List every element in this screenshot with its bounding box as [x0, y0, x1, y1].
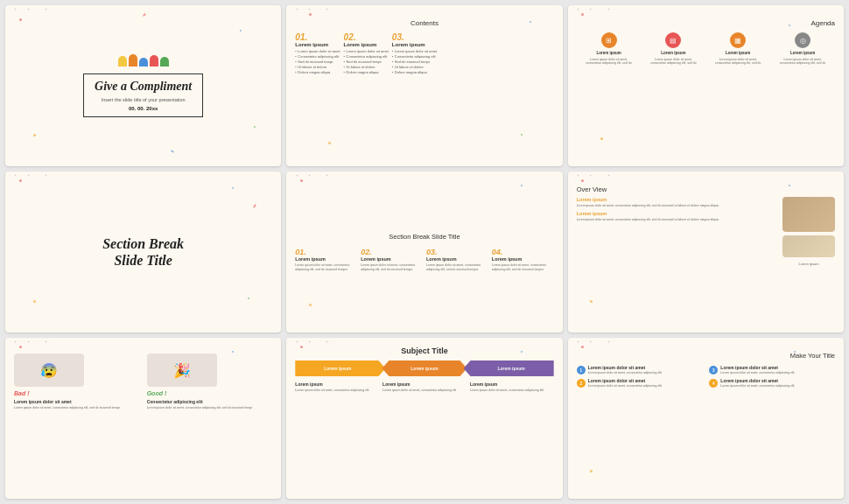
- make-item-2: 2 Lorem ipsum dolor sit amet Lorem ipsum…: [577, 378, 703, 388]
- item-number: 01.: [295, 248, 306, 256]
- contents-col-2: 02. Lorem ipsum Lorem ipsum dolor sit am…: [344, 32, 389, 75]
- item-text: Lorem ipsum dolor sit amet, consectetur …: [295, 263, 357, 272]
- agenda-text: Lorem ipsum dolor sit amet, consectetur …: [649, 58, 698, 65]
- item-text: Lorem ipsum dolor sit amet, consectetur …: [588, 384, 662, 388]
- arrow-row: Lorem ipsum Lorem ipsum Lorem ipsum: [295, 360, 553, 376]
- confetti-dot: [19, 179, 22, 182]
- section-break-title: Section BreakSlide Title: [102, 235, 184, 269]
- agenda-icon-table: ▦: [730, 32, 746, 48]
- agenda-title: Agenda: [577, 19, 835, 27]
- bad-text: Lorem ipsum dolor sit amet, consectetur …: [14, 406, 120, 410]
- col-item: Dolore magna aliqua: [295, 70, 340, 74]
- col-item: Sed do eiusmod tempr: [392, 60, 437, 64]
- confetti-dot: [581, 346, 584, 348]
- slide-date: 00. 00. 20xx: [95, 106, 192, 111]
- good-title: Good !: [147, 390, 167, 396]
- item-content: Lorem ipsum dolor sit amet Lorem ipsum d…: [588, 378, 662, 388]
- section-item-3: 03. Lorem ipsum Lorem ipsum dolor sit am…: [426, 248, 488, 272]
- col-label: Lorem ipsum: [392, 42, 437, 47]
- item-title: Lorem ipsum dolor sit amet: [720, 378, 794, 383]
- bad-column: 😰 Bad ! Lorem ipsum dolor sit amet Lorem…: [14, 354, 140, 410]
- make-title-heading: Make Your Title: [577, 352, 835, 360]
- agenda-text: Lorem ipsum dolor sit amet, consectetur …: [585, 58, 633, 65]
- good-icon: 🎉: [173, 362, 191, 379]
- make-title-grid: 1 Lorem ipsum dolor sit amet Lorem ipsum…: [577, 365, 835, 388]
- col-number: 01.: [295, 32, 340, 42]
- section-item-4: 04. Lorem ipsum Lorem ipsum dolor sit am…: [492, 248, 554, 272]
- col-item: Dolore magna aliqua: [392, 70, 437, 74]
- confetti-decoration: [286, 5, 562, 166]
- person-figure: [129, 54, 137, 66]
- col-label: Lorem ipsum: [295, 42, 340, 47]
- col-item: Sed do eiusmod tempr: [295, 60, 340, 64]
- item-text: Lorem ipsum dolor sit amet, consectetur …: [492, 263, 554, 272]
- overview-heading-2: Lorem ipsum: [577, 211, 777, 216]
- comparison-columns: 😰 Bad ! Lorem ipsum dolor sit amet Lorem…: [14, 354, 272, 410]
- section-items-row: 01. Lorem ipsum Lorem ipsum dolor sit am…: [295, 248, 553, 272]
- subject-title: Subject Title: [295, 346, 553, 355]
- col-number: 03.: [392, 32, 437, 42]
- confetti-dot: [300, 179, 303, 182]
- confetti-dot: [232, 187, 234, 189]
- overview-text-1: Lorem ipsum dolor sit amet, consectetur …: [577, 204, 777, 207]
- confetti-dot: [33, 134, 36, 136]
- item-number: 04.: [492, 248, 503, 256]
- item-title: Lorem ipsum dolor sit amet: [588, 378, 662, 383]
- slide-make-title: Make Your Title 1 Lorem ipsum dolor sit …: [568, 338, 844, 499]
- item-title: Lorem ipsum dolor sit amet: [588, 365, 662, 370]
- col-item: Dolore magna aliqua: [344, 70, 389, 74]
- section-detail-title: Section Break Slide Title: [295, 233, 553, 241]
- confetti-dot: [581, 13, 584, 16]
- item-text: Lorem ipsum dolor sit amet, consectetur …: [426, 263, 488, 272]
- item-number-badge: 3: [709, 366, 718, 374]
- overview-title: Over View: [577, 186, 835, 193]
- agenda-item-4: ◎ Lorem ipsum Lorem ipsum dolor sit amet…: [779, 32, 827, 65]
- slide-grid: Give a Compliment Insert the slide title…: [0, 0, 849, 504]
- title-box: Give a Compliment Insert the slide title…: [83, 74, 203, 118]
- confetti-dot: [328, 142, 331, 144]
- subject-item-3: Lorem ipsum Lorem ipsum dolor sit amet, …: [470, 382, 554, 392]
- item-content: Lorem ipsum dolor sit amet Lorem ipsum d…: [720, 365, 794, 374]
- arrow-purple: Lorem ipsum: [464, 360, 554, 376]
- arrow-orange: Lorem ipsum: [382, 360, 467, 376]
- agenda-icons-row: ⊞ Lorem ipsum Lorem ipsum dolor sit amet…: [577, 32, 835, 65]
- section-item-1: 01. Lorem ipsum Lorem ipsum dolor sit am…: [295, 248, 357, 272]
- confetti-dot: [309, 304, 312, 306]
- agenda-label: Lorem ipsum: [596, 51, 621, 55]
- overview-text-col: Lorem ipsum Lorem ipsum dolor sit amet, …: [577, 197, 777, 266]
- item-label: Lorem ipsum: [295, 382, 379, 387]
- confetti-dot: [19, 18, 22, 21]
- people-illustration: [118, 54, 169, 66]
- arrow-label-2: Lorem ipsum: [410, 366, 438, 371]
- item-text: Lorem ipsum dolor sit amet, consectetur …: [720, 384, 794, 388]
- item-text: Lorem ipsum dolor sit amet, consectetur …: [588, 371, 662, 374]
- col-item: Lorem ipsum dolor sit amet: [344, 49, 389, 53]
- contents-col-1: 01. Lorem ipsum Lorem ipsum dolor sit am…: [295, 32, 340, 75]
- item-label: Lorem ipsum: [295, 256, 326, 262]
- col-item: Ut labore et dolore: [295, 65, 340, 69]
- item-text: Lorem ipsum dolor sit amet, consectetur …: [470, 388, 554, 392]
- confetti-dot: [309, 13, 312, 16]
- confetti-dot: [590, 300, 593, 303]
- slide-overview: Over View Lorem ipsum Lorem ipsum dolor …: [568, 172, 844, 332]
- good-text: Lorem ipsum dolor sit amet, consectetur …: [147, 406, 253, 410]
- person-figure: [160, 57, 169, 66]
- slide-contents: Contents 01. Lorem ipsum Lorem ipsum dol…: [286, 5, 562, 166]
- bad-title: Bad !: [14, 390, 30, 396]
- col-number: 02.: [344, 32, 389, 42]
- agenda-text: Lorem ipsum dolor sit amet, consectetur …: [779, 58, 827, 65]
- slide-section-break-detail: Section Break Slide Title 01. Lorem ipsu…: [286, 172, 562, 332]
- col-label: Lorem ipsum: [344, 42, 389, 47]
- slide-comparison: 😰 Bad ! Lorem ipsum dolor sit amet Lorem…: [5, 338, 281, 499]
- confetti-dot: [254, 126, 256, 128]
- col-item: Consectetur adipiscing elit: [392, 54, 437, 59]
- confetti-dot: [171, 150, 174, 153]
- item-label: Lorem ipsum: [426, 256, 457, 262]
- item-content: Lorem ipsum dolor sit amet Lorem ipsum d…: [588, 365, 662, 374]
- confetti-dot: [521, 134, 523, 136]
- confetti-decoration: [568, 5, 844, 166]
- col-item: Consectetur adipiscing elit: [295, 54, 340, 59]
- make-item-1: 1 Lorem ipsum dolor sit amet Lorem ipsum…: [577, 365, 703, 374]
- overview-image-col: Lorem ipsum: [782, 197, 835, 266]
- slide-agenda: Agenda ⊞ Lorem ipsum Lorem ipsum dolor s…: [568, 5, 844, 166]
